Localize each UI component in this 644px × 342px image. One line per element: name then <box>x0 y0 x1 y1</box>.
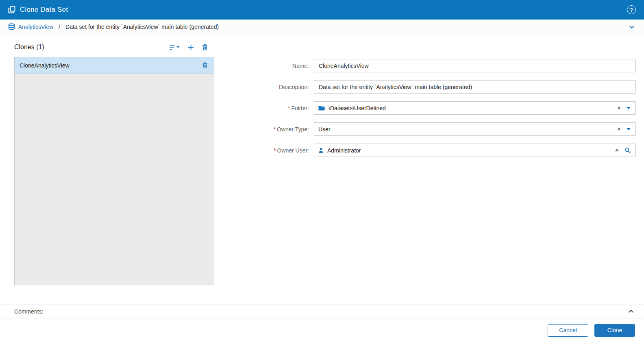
description-label: Description: <box>246 84 314 90</box>
description-input[interactable] <box>314 80 636 94</box>
comments-label: Comments: <box>14 308 44 315</box>
owner-user-value: Administrator <box>327 147 610 154</box>
clones-panel: Clones (1) <box>14 40 214 285</box>
clones-list: CloneAnalyticsView <box>14 57 214 285</box>
list-item[interactable]: CloneAnalyticsView <box>15 57 214 74</box>
name-label: Name: <box>246 63 314 69</box>
folder-value: \Datasets\UserDefined <box>329 105 612 111</box>
database-icon <box>8 23 15 30</box>
delete-clone-icon[interactable] <box>202 44 208 50</box>
title-bar: Clone Data Set ? <box>0 0 644 20</box>
clone-button[interactable]: Clone <box>594 324 635 337</box>
clear-icon[interactable]: × <box>614 147 620 154</box>
folder-input[interactable]: \Datasets\UserDefined × <box>314 101 636 115</box>
form-row-description: Description: <box>246 80 636 94</box>
clear-icon[interactable]: × <box>616 126 622 133</box>
clone-icon <box>8 6 15 13</box>
page-title: Clone Data Set <box>20 6 68 14</box>
clones-title: Clones (1) <box>14 44 44 51</box>
required-asterisk: * <box>273 126 275 133</box>
collapse-comments-icon[interactable] <box>628 308 634 315</box>
dropdown-icon[interactable] <box>626 107 631 109</box>
form-row-owner-user: *Owner User: Administrator × <box>246 144 636 157</box>
search-icon[interactable] <box>624 147 631 153</box>
breadcrumb: AnalyticsView / Data set for the entity … <box>0 20 644 34</box>
clone-name: CloneAnalyticsView <box>20 62 70 69</box>
owner-type-label: *Owner Type: <box>246 126 314 133</box>
owner-user-input[interactable]: Administrator × <box>314 144 636 157</box>
breadcrumb-description: Data set for the entity `AnalyticsView` … <box>65 24 219 30</box>
footer-actions: Cancel Clone <box>0 318 644 342</box>
dropdown-icon[interactable] <box>626 128 631 131</box>
required-asterisk: * <box>274 147 276 154</box>
name-input[interactable] <box>314 59 636 72</box>
breadcrumb-entity-link[interactable]: AnalyticsView <box>18 24 53 30</box>
cancel-button[interactable]: Cancel <box>548 324 588 337</box>
owner-type-input[interactable]: User × <box>314 122 636 136</box>
folder-icon <box>318 105 325 111</box>
form-row-folder: *Folder: \Datasets\UserDefined × <box>246 101 636 115</box>
clear-icon[interactable]: × <box>616 105 622 111</box>
breadcrumb-separator: / <box>59 24 60 30</box>
user-icon <box>318 148 324 153</box>
form-row-name: Name: <box>246 59 636 72</box>
owner-type-value: User <box>318 126 612 133</box>
add-clone-icon[interactable] <box>188 44 194 50</box>
form-row-owner-type: *Owner Type: User × <box>246 122 636 136</box>
clones-toolbar <box>169 44 214 50</box>
folder-label: *Folder: <box>246 105 314 111</box>
comments-section: Comments: <box>0 305 644 318</box>
help-icon[interactable]: ? <box>627 5 636 14</box>
filter-sort-icon[interactable] <box>169 44 180 50</box>
clone-form: Name: Description: *Folder: \Datasets\Us… <box>214 40 644 305</box>
row-delete-icon[interactable] <box>201 62 209 68</box>
chevron-down-icon[interactable] <box>628 23 636 31</box>
required-asterisk: * <box>288 105 290 111</box>
main-content: Clones (1) <box>0 34 644 305</box>
owner-user-label: *Owner User: <box>246 147 314 154</box>
